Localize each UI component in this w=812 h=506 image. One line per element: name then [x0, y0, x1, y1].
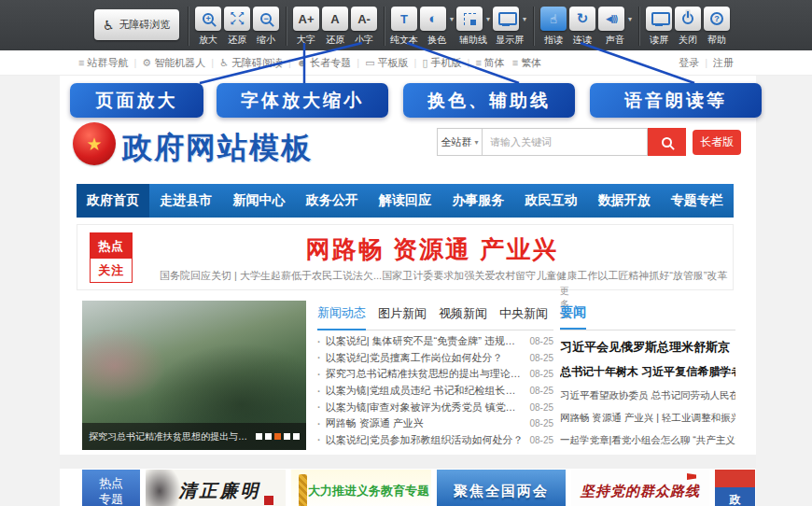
- hot-focus-badge[interactable]: 热点 关注: [90, 232, 133, 283]
- site-group-nav-link[interactable]: ≡站群导航: [78, 56, 128, 70]
- hot-headline-box: 热点 关注 网路畅 资源通 产业兴 国务院回应关切 | 大学生起薪低于农民工说法…: [77, 224, 734, 290]
- nav-item-services[interactable]: 办事服务: [441, 184, 514, 218]
- nav-item-home[interactable]: 政府首页: [77, 184, 149, 218]
- screen-display-dropdown-arrow[interactable]: ▾: [519, 15, 526, 23]
- topic-banner-partial[interactable]: 政: [715, 470, 755, 506]
- nav-item-open-data[interactable]: 数据开放: [588, 184, 661, 218]
- carousel-dot-active[interactable]: [274, 433, 281, 440]
- mobile-version-link[interactable]: ▯手机版: [422, 56, 461, 70]
- divider: |: [705, 57, 707, 68]
- topic-banner-education[interactable]: 大力推进义务教育专题: [291, 470, 431, 506]
- hot-headline-link[interactable]: 网路畅 资源通 产业兴: [143, 233, 721, 266]
- plain-text-button[interactable]: T: [391, 7, 417, 31]
- tab-important-news[interactable]: 要闻: [560, 304, 586, 330]
- toolbar-divider: [188, 7, 189, 46]
- topic-banner-mass-line[interactable]: 坚持党的群众路线: [571, 470, 709, 506]
- news-list-item[interactable]: 以案为镜|党组成员违纪 书记和纪检组长被问责08-25: [317, 383, 553, 400]
- carousel-dot[interactable]: [265, 433, 272, 440]
- topic-banner-integrity[interactable]: 清正廉明: [146, 470, 286, 506]
- nav-item-special-columns[interactable]: 专题专栏: [661, 184, 734, 218]
- nav-item-county[interactable]: 走进县市: [149, 184, 222, 218]
- news-list-item[interactable]: 以案说纪| 集体研究不是“免责金牌” 违规发放津补贴被...08-25: [317, 333, 553, 350]
- news-list-item[interactable]: 网路畅 资源通 产业兴08-25: [317, 415, 553, 432]
- carousel-dot[interactable]: [293, 433, 300, 440]
- news-carousel[interactable]: 探究习总书记精准扶贫思想的提出与理论基础: [82, 301, 306, 450]
- font-smaller-button[interactable]: A-: [351, 7, 377, 31]
- hot-sublink[interactable]: 以工匠精神抓好“放管服”改革: [597, 269, 727, 283]
- important-news-item[interactable]: 网路畅 资源通 产业兴 | 轻工业调整和振兴规划: [560, 412, 735, 425]
- topics-label-line2: 专题: [99, 491, 123, 506]
- nav-item-interaction[interactable]: 政民互动: [514, 184, 587, 218]
- important-news-headline[interactable]: 习近平会见俄罗斯总理米舒斯京: [560, 339, 735, 356]
- color-change-button[interactable]: [420, 7, 446, 31]
- important-news-item[interactable]: 习近平看望政协委员 总书记同劳动人民在一起: [560, 389, 735, 402]
- point-read-button[interactable]: [540, 7, 567, 31]
- guide-lines-dropdown-arrow[interactable]: ▾: [483, 15, 490, 23]
- traditional-chinese-link[interactable]: ≡繁体: [512, 56, 541, 70]
- font-restore-button[interactable]: A: [322, 7, 348, 31]
- zoom-out-label: 缩小: [257, 34, 275, 47]
- news-list-item[interactable]: 以案为镜|审查对象被评为优秀党员 镇党委6人被问责08-25: [317, 399, 553, 415]
- accessibility-toolbar: ♿ 无障碍浏览 + 放大 ↖↗↙↘ 还原 − 缩小 A+ 大字: [0, 0, 812, 50]
- hot-topics-label[interactable]: 热点 专题: [82, 470, 140, 506]
- close-toolbar-button[interactable]: [675, 7, 701, 31]
- star-icon: ★: [86, 134, 102, 155]
- robot-link[interactable]: ⚙智能机器人: [142, 56, 205, 70]
- news-list-item[interactable]: 以案说纪|党员擅离工作岗位如何处分？08-25: [317, 350, 553, 367]
- tab-central-news[interactable]: 中央新闻: [499, 305, 548, 330]
- nav-item-interpretation[interactable]: 解读回应: [369, 184, 441, 218]
- pillar-icon: [299, 474, 307, 506]
- hot-sublinks: 国务院回应关切 | 大学生起薪低于农民工说法欠... 国家卫计委要求加强关爱农村…: [160, 269, 699, 283]
- important-news-headline[interactable]: 总书记十年树木 习近平复信希腊学者: [560, 364, 735, 380]
- search-input[interactable]: [482, 128, 648, 156]
- banner-text: 聚焦全国两会: [454, 483, 549, 500]
- zoom-in-button[interactable]: +: [195, 7, 221, 31]
- sound-dropdown-arrow[interactable]: ▾: [624, 15, 632, 23]
- simplified-chinese-link[interactable]: ≡简体: [475, 56, 504, 70]
- nav-item-gov-open[interactable]: 政务公开: [296, 184, 369, 218]
- guide-lines-button[interactable]: [456, 7, 483, 31]
- font-larger-button[interactable]: A+: [293, 7, 319, 31]
- color-dropdown-arrow[interactable]: ▾: [446, 15, 454, 23]
- nav-item-news-center[interactable]: 新闻中心: [222, 184, 295, 218]
- topic-banner-two-sessions[interactable]: 聚焦全国两会: [437, 470, 566, 506]
- zoom-out-button[interactable]: −: [253, 7, 279, 31]
- news-list-item[interactable]: 探究习总书记精准扶贫思想的提出与理论基础08-25: [317, 366, 553, 383]
- elder-topic-link[interactable]: ☻长者专题: [297, 56, 352, 70]
- carousel-caption[interactable]: 探究习总书记精准扶贫思想的提出与理论基础: [89, 430, 256, 443]
- sound-label: 声音: [606, 34, 624, 47]
- help-button[interactable]: ?: [704, 7, 730, 31]
- tablet-version-link[interactable]: ▭平板版: [365, 56, 408, 70]
- continuous-read-button[interactable]: [569, 7, 595, 31]
- main-nav: 政府首页 走进县市 新闻中心 政务公开 解读回应 办事服务 政民互动 数据开放 …: [77, 184, 734, 218]
- carousel-dot[interactable]: [256, 433, 262, 440]
- close-toolbar-label: 关闭: [679, 34, 697, 47]
- hot-sublink[interactable]: 国务院回应关切 | 大学生起薪低于农民工说法欠...: [160, 269, 382, 283]
- search-scope-select[interactable]: 全站群: [437, 128, 482, 156]
- display-group: T 纯文本 ▾ 换色 ▾ 辅助线 ▾: [390, 7, 528, 47]
- zoom-restore-button[interactable]: ↖↗↙↘: [224, 7, 250, 31]
- elder-version-button[interactable]: 长者版: [693, 130, 741, 155]
- page: ♿ 无障碍浏览 + 放大 ↖↗↙↘ 还原 − 缩小 A+ 大字: [0, 0, 812, 506]
- screen-reader-button[interactable]: [646, 7, 672, 31]
- accessible-reading-link[interactable]: ♿无障碍阅读: [219, 56, 283, 70]
- search-button[interactable]: [648, 128, 686, 156]
- carousel-dot[interactable]: [284, 433, 290, 440]
- accessibility-icon: ♿: [219, 57, 229, 69]
- screen-display-button[interactable]: [493, 7, 519, 31]
- callout-page-zoom: 页面放大: [70, 83, 203, 118]
- flag-icon: [687, 473, 696, 480]
- register-link[interactable]: 注册: [713, 56, 734, 70]
- tab-photo-news[interactable]: 图片新闻: [378, 305, 427, 330]
- refresh-icon: [577, 10, 589, 27]
- tab-video-news[interactable]: 视频新闻: [439, 305, 487, 330]
- phone-icon: ▯: [422, 57, 427, 69]
- news-list-item[interactable]: 以案说纪|党员参加邪教组织活动如何处分？08-25: [317, 432, 553, 449]
- login-link[interactable]: 登录: [679, 56, 699, 70]
- important-news-item[interactable]: 一起学党章|看党小组会怎么聊 “共产主义渺茫论: [560, 434, 735, 447]
- accessibility-main-button[interactable]: ♿ 无障碍浏览: [94, 9, 179, 40]
- tab-news-dynamics[interactable]: 新闻动态: [317, 304, 366, 330]
- news-date: 08-25: [529, 386, 553, 396]
- hot-sublink[interactable]: 国家卫计委要求加强关爱农村留守儿童健康工作: [382, 269, 597, 283]
- sound-button[interactable]: ◀))): [598, 7, 624, 31]
